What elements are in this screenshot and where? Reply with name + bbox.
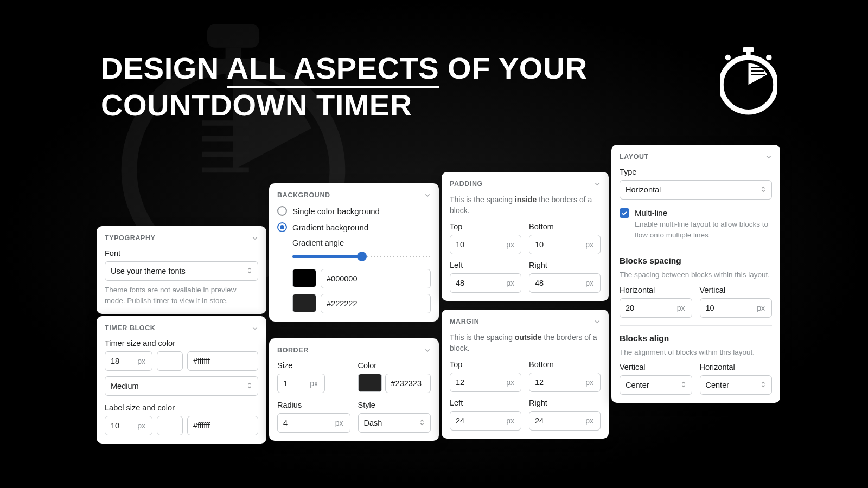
svg-rect-7 bbox=[743, 47, 754, 52]
border-radius-input[interactable]: px bbox=[277, 413, 350, 433]
border-size-label: Size bbox=[277, 361, 350, 370]
border-style-select[interactable]: Dash bbox=[358, 413, 431, 433]
padding-right-input[interactable]: px bbox=[529, 273, 601, 293]
label-color-input[interactable] bbox=[187, 416, 258, 435]
padding-top-input[interactable]: px bbox=[450, 235, 521, 254]
font-select[interactable]: Use your theme fonts bbox=[105, 261, 258, 281]
bg-single-radio[interactable]: Single color background bbox=[277, 206, 431, 216]
gradient-angle-slider[interactable] bbox=[292, 252, 431, 261]
padding-header: PADDING bbox=[450, 180, 483, 188]
margin-panel: MARGIN This is the spacing outside the b… bbox=[442, 310, 609, 439]
layout-type-select[interactable]: Horizontal bbox=[620, 180, 772, 200]
multiline-label: Multi-line bbox=[635, 208, 772, 217]
select-caret-icon bbox=[681, 381, 686, 390]
spacing-h-label: Horizontal bbox=[620, 286, 692, 294]
timer-color-input[interactable] bbox=[187, 351, 258, 371]
padding-left-label: Left bbox=[450, 261, 521, 269]
margin-header: MARGIN bbox=[450, 318, 479, 325]
chevron-down-icon[interactable] bbox=[594, 181, 601, 187]
margin-right-label: Right bbox=[529, 399, 601, 407]
border-panel: BORDER Size px Color Radius px bbox=[269, 338, 439, 441]
background-panel: BACKGROUND Single color background Gradi… bbox=[269, 183, 439, 322]
multiline-checkbox[interactable] bbox=[620, 208, 629, 218]
layout-header: LAYOUT bbox=[620, 153, 649, 160]
blocks-spacing-title: Blocks spacing bbox=[620, 256, 772, 266]
select-caret-icon bbox=[247, 267, 252, 276]
timer-size-input[interactable]: px bbox=[105, 351, 152, 371]
border-header: BORDER bbox=[277, 346, 309, 354]
gradient-color2-input[interactable] bbox=[321, 294, 431, 313]
align-h-label: Horizontal bbox=[700, 363, 773, 371]
select-caret-icon bbox=[761, 185, 766, 195]
border-color-label: Color bbox=[358, 361, 431, 370]
padding-top-label: Top bbox=[450, 222, 521, 231]
margin-bottom-label: Bottom bbox=[529, 360, 601, 369]
align-v-label: Vertical bbox=[620, 363, 692, 371]
timer-weight-select[interactable]: Medium bbox=[105, 376, 258, 396]
chevron-down-icon[interactable] bbox=[424, 192, 431, 198]
spacing-v-label: Vertical bbox=[700, 286, 773, 294]
margin-top-input[interactable]: px bbox=[450, 373, 521, 392]
typography-panel: TYPOGRAPHY Font Use your theme fonts The… bbox=[97, 226, 266, 314]
chevron-down-icon[interactable] bbox=[765, 153, 772, 160]
select-caret-icon bbox=[761, 381, 766, 390]
label-color-swatch-input[interactable] bbox=[157, 416, 183, 435]
layout-panel: LAYOUT Type Horizontal Multi-line Enable… bbox=[611, 145, 780, 403]
margin-desc: This is the spacing outside the borders … bbox=[450, 332, 601, 354]
border-color-input[interactable] bbox=[385, 374, 431, 393]
page-title: DESIGN ALL ASPECTS OF YOUR COUNTDOWN TIM… bbox=[101, 50, 588, 124]
multiline-help: Enable multi-line layout to allow blocks… bbox=[635, 219, 772, 240]
chevron-down-icon[interactable] bbox=[424, 347, 431, 354]
timer-color-swatch-input[interactable] bbox=[157, 351, 183, 371]
margin-left-label: Left bbox=[450, 399, 521, 407]
padding-desc: This is the spacing inside the borders o… bbox=[450, 195, 601, 216]
border-style-label: Style bbox=[358, 401, 431, 409]
radio-checked-icon bbox=[277, 222, 287, 232]
padding-panel: PADDING This is the spacing inside the b… bbox=[442, 172, 609, 301]
timer-block-panel: TIMER BLOCK Timer size and color px Medi… bbox=[97, 316, 266, 444]
svg-point-9 bbox=[725, 55, 731, 61]
select-caret-icon bbox=[419, 419, 425, 428]
padding-left-input[interactable]: px bbox=[450, 273, 521, 293]
stopwatch-logo-icon bbox=[720, 46, 777, 117]
chevron-down-icon[interactable] bbox=[252, 325, 258, 331]
svg-rect-0 bbox=[207, 24, 259, 48]
bg-gradient-radio[interactable]: Gradient background bbox=[277, 222, 431, 232]
blocks-align-help: The alignment of blocks within this layo… bbox=[620, 347, 772, 358]
spacing-h-input[interactable]: px bbox=[620, 298, 692, 318]
border-color-swatch[interactable] bbox=[358, 374, 382, 392]
padding-bottom-input[interactable]: px bbox=[529, 235, 601, 254]
blocks-spacing-help: The spacing between blocks within this l… bbox=[620, 269, 772, 280]
select-caret-icon bbox=[247, 382, 252, 391]
font-help-text: Theme fonts are not available in preview… bbox=[105, 285, 258, 306]
margin-right-input[interactable]: px bbox=[529, 411, 601, 431]
timer-block-header: TIMER BLOCK bbox=[105, 324, 155, 332]
blocks-align-title: Blocks align bbox=[620, 333, 772, 343]
gradient-color2-swatch[interactable] bbox=[292, 294, 316, 312]
typography-header: TYPOGRAPHY bbox=[105, 234, 156, 242]
gradient-color1-swatch[interactable] bbox=[292, 269, 316, 287]
chevron-down-icon[interactable] bbox=[594, 318, 601, 325]
timer-size-label: Timer size and color bbox=[105, 339, 258, 348]
radio-unchecked-icon bbox=[277, 206, 287, 216]
margin-bottom-input[interactable]: px bbox=[529, 373, 601, 392]
gradient-color1-input[interactable] bbox=[321, 269, 431, 288]
layout-type-label: Type bbox=[620, 168, 772, 176]
border-radius-label: Radius bbox=[277, 401, 350, 409]
align-v-select[interactable]: Center bbox=[620, 375, 692, 395]
padding-bottom-label: Bottom bbox=[529, 222, 601, 231]
gradient-angle-label: Gradient angle bbox=[292, 239, 431, 247]
background-header: BACKGROUND bbox=[277, 191, 330, 199]
margin-left-input[interactable]: px bbox=[450, 411, 521, 431]
label-size-label: Label size and color bbox=[105, 403, 258, 412]
border-size-input[interactable]: px bbox=[277, 374, 325, 393]
label-size-input[interactable]: px bbox=[105, 416, 152, 435]
align-h-select[interactable]: Center bbox=[700, 375, 773, 395]
margin-top-label: Top bbox=[450, 360, 521, 369]
spacing-v-input[interactable]: px bbox=[700, 298, 773, 318]
font-label: Font bbox=[105, 249, 258, 258]
check-icon bbox=[621, 210, 628, 216]
svg-point-10 bbox=[766, 55, 772, 61]
padding-right-label: Right bbox=[529, 261, 601, 269]
chevron-down-icon[interactable] bbox=[252, 235, 258, 241]
